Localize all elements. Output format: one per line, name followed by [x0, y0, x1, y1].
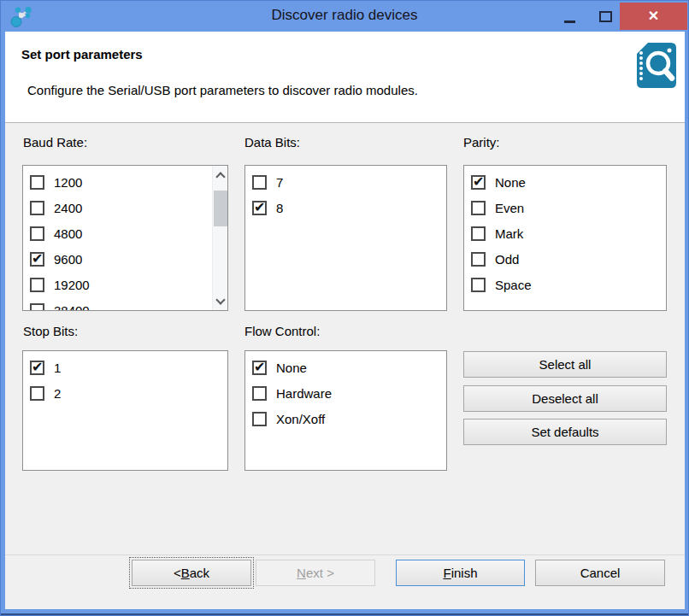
option-label: None — [495, 175, 526, 190]
checkbox[interactable] — [471, 201, 486, 215]
baud-rate-option-9600[interactable]: ✔ 9600 — [23, 246, 213, 272]
maximize-icon — [599, 11, 612, 22]
flow-control-option-none[interactable]: ✔ None — [245, 355, 446, 380]
parity-option-mark[interactable]: Mark — [464, 220, 666, 246]
parity-option-space[interactable]: Space — [464, 272, 666, 297]
option-label: 7 — [276, 175, 283, 190]
page-description: Configure the Serial/USB port parameters… — [27, 83, 418, 97]
baud-rate-option-19200[interactable]: 19200 — [23, 272, 213, 297]
chevron-up-icon — [215, 172, 225, 181]
wizard-button-bar: < Back Next > Finish Cancel — [5, 554, 685, 609]
option-label: 19200 — [54, 278, 90, 292]
data-bits-listbox[interactable]: 7 ✔ 8 — [244, 165, 447, 311]
parity-label: Parity: — [463, 135, 500, 150]
deselect-all-button[interactable]: Deselect all — [463, 385, 667, 412]
flow-control-items: ✔ None Hardware Xon/Xoff — [245, 351, 446, 431]
flow-control-option-hardware[interactable]: Hardware — [245, 380, 446, 406]
option-label: 2 — [54, 386, 61, 401]
stop-bits-listbox[interactable]: ✔ 1 2 — [22, 350, 228, 471]
close-icon: ✕ — [648, 9, 659, 23]
checkbox[interactable]: ✔ — [252, 201, 267, 215]
checkbox[interactable] — [252, 386, 267, 401]
set-defaults-button[interactable]: Set defaults — [463, 419, 667, 445]
option-label: Mark — [495, 226, 523, 241]
button-label: inish — [451, 566, 478, 580]
baud-rate-option-2400[interactable]: 2400 — [23, 195, 213, 220]
scroll-down-button[interactable] — [213, 294, 227, 308]
parity-option-odd[interactable]: Odd — [464, 246, 666, 272]
scrollbar[interactable] — [212, 166, 227, 310]
option-label: 2400 — [54, 201, 82, 215]
baud-rate-listbox[interactable]: 1200 2400 4800 ✔ 9600 — [22, 165, 228, 311]
baud-rate-option-38400[interactable]: 38400 — [23, 297, 213, 311]
option-label: 8 — [276, 201, 283, 215]
baud-rate-option-1200[interactable]: 1200 — [23, 169, 213, 195]
minimize-icon — [564, 21, 575, 23]
checkbox[interactable] — [30, 226, 44, 241]
checkbox[interactable] — [252, 412, 267, 426]
dialog-frame: Set port parameters Configure the Serial… — [5, 32, 685, 609]
option-label: 38400 — [54, 303, 90, 312]
option-label: None — [276, 361, 307, 375]
data-bits-option-8[interactable]: ✔ 8 — [245, 195, 446, 220]
checkbox[interactable] — [30, 201, 44, 215]
parity-items: ✔ None Even Mark Odd — [464, 166, 666, 297]
option-label: 9600 — [54, 252, 82, 267]
select-all-button[interactable]: Select all — [463, 351, 667, 378]
cancel-button[interactable]: Cancel — [535, 560, 665, 586]
button-label: < — [174, 566, 181, 580]
data-bits-label: Data Bits: — [244, 135, 300, 150]
data-bits-items: 7 ✔ 8 — [245, 166, 446, 220]
checkbox[interactable] — [471, 278, 486, 292]
checkbox[interactable] — [30, 278, 44, 292]
finish-button[interactable]: Finish — [396, 560, 525, 586]
option-label: Even — [495, 201, 524, 215]
option-label: 4800 — [54, 226, 82, 241]
checkbox[interactable] — [30, 303, 44, 312]
baud-rate-label: Baud Rate: — [23, 135, 87, 150]
flow-control-listbox[interactable]: ✔ None Hardware Xon/Xoff — [244, 350, 447, 471]
minimize-button[interactable] — [555, 1, 584, 32]
checkbox[interactable] — [30, 386, 44, 401]
option-label: Xon/Xoff — [276, 412, 325, 426]
scroll-thumb[interactable] — [214, 191, 227, 226]
option-label: Space — [495, 278, 532, 292]
discover-radio-devices-window: Discover radio devices ✕ Set port parame… — [0, 0, 689, 616]
parity-listbox[interactable]: ✔ None Even Mark Odd — [463, 165, 667, 311]
checkbox[interactable]: ✔ — [471, 175, 486, 190]
checkbox[interactable] — [471, 252, 486, 267]
data-bits-option-7[interactable]: 7 — [245, 169, 446, 195]
checkbox[interactable]: ✔ — [252, 361, 267, 375]
option-label: Odd — [495, 252, 519, 267]
titlebar: Discover radio devices ✕ — [1, 1, 688, 32]
stop-bits-option-1[interactable]: ✔ 1 — [23, 355, 227, 380]
parity-option-none[interactable]: ✔ None — [464, 169, 666, 195]
checkbox[interactable] — [252, 175, 267, 190]
next-button[interactable]: Next > — [256, 560, 375, 586]
option-label: Hardware — [276, 386, 332, 401]
scroll-up-button[interactable] — [213, 167, 227, 182]
baud-rate-option-4800[interactable]: 4800 — [23, 220, 213, 246]
option-label: 1 — [54, 361, 61, 375]
flow-control-option-xonxoff[interactable]: Xon/Xoff — [245, 406, 446, 431]
stop-bits-option-2[interactable]: 2 — [23, 380, 227, 406]
button-label: Cancel — [580, 566, 621, 580]
back-button[interactable]: < Back — [132, 560, 251, 586]
checkbox[interactable]: ✔ — [30, 361, 44, 375]
button-label: ack — [190, 566, 209, 580]
option-label: 1200 — [54, 175, 82, 190]
wizard-header: Set port parameters Configure the Serial… — [5, 32, 685, 123]
checkbox[interactable] — [471, 226, 486, 241]
checkbox[interactable] — [30, 175, 44, 190]
parity-option-even[interactable]: Even — [464, 195, 666, 220]
stop-bits-label: Stop Bits: — [23, 324, 78, 338]
stop-bits-items: ✔ 1 2 — [23, 351, 227, 406]
baud-rate-items: 1200 2400 4800 ✔ 9600 — [23, 166, 213, 311]
maximize-button[interactable] — [591, 1, 620, 32]
button-mnemonic: F — [443, 566, 450, 580]
page-title: Set port parameters — [21, 47, 143, 62]
button-mnemonic: B — [181, 566, 190, 580]
close-button[interactable]: ✕ — [620, 3, 687, 30]
checkbox[interactable]: ✔ — [30, 252, 44, 267]
chevron-down-icon — [215, 295, 225, 304]
